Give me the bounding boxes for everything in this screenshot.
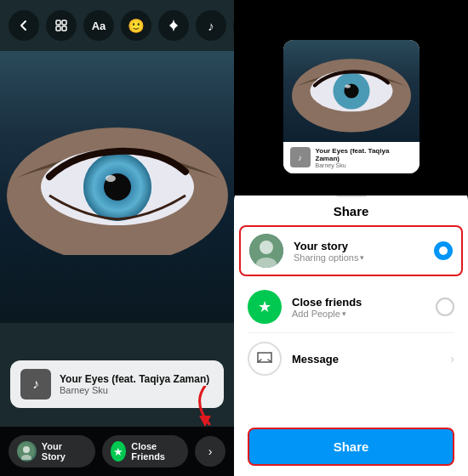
message-icon — [248, 342, 282, 376]
red-arrow-indicator — [188, 386, 222, 432]
your-story-avatar — [249, 234, 283, 268]
left-panel: Aa 🙂 ♪ ••• — [0, 0, 234, 476]
your-story-title: Your story — [294, 240, 424, 252]
close-friends-label: Close Friends — [131, 441, 180, 462]
svg-point-20 — [260, 241, 273, 254]
close-friends-title: Close friends — [292, 296, 425, 309]
preview-music-title: Your Eyes (feat. Taqiya Zaman) — [316, 147, 413, 162]
your-story-label: Your Story — [42, 441, 87, 462]
share-button-container: Share — [234, 419, 468, 476]
share-button[interactable]: Share — [248, 428, 454, 466]
your-story-radio[interactable] — [434, 241, 453, 260]
preview-music-artist: Barney Sku — [316, 162, 413, 168]
share-title: Share — [334, 204, 369, 218]
bottom-share-bar: Your Story ★ Close Friends › — [0, 427, 234, 476]
svg-rect-0 — [56, 20, 60, 25]
svg-rect-3 — [62, 26, 66, 31]
your-story-option[interactable]: Your story Sharing options ▾ — [239, 225, 463, 276]
message-option[interactable]: Message › — [234, 333, 468, 384]
back-button[interactable] — [9, 10, 39, 41]
svg-point-9 — [106, 175, 116, 182]
svg-rect-2 — [56, 26, 60, 31]
close-friends-button[interactable]: ★ Close Friends — [102, 435, 189, 468]
next-button[interactable]: › — [195, 436, 225, 467]
share-sheet: Share Your story Sharing options ▾ — [234, 187, 468, 476]
svg-point-18 — [345, 84, 350, 88]
svg-point-12 — [23, 446, 30, 453]
preview-music-icon: ♪ — [290, 147, 311, 167]
sticker-button[interactable]: 🙂 — [121, 10, 151, 41]
message-title: Message — [292, 353, 440, 366]
preview-card: ♪ Your Eyes (feat. Taqiya Zaman) Barney … — [283, 40, 419, 173]
your-story-button[interactable]: Your Story — [9, 435, 95, 468]
effects-button[interactable] — [158, 10, 189, 41]
editor-toolbar: Aa 🙂 ♪ ••• — [0, 0, 234, 51]
text-button[interactable]: Aa — [83, 10, 114, 41]
music-title: Your Eyes (feat. Taqiya Zaman) — [60, 373, 214, 385]
close-friends-subtitle: Add People ▾ — [292, 309, 425, 319]
music-button[interactable]: ♪ — [196, 10, 226, 41]
close-friends-icon: ★ — [111, 441, 127, 462]
preview-eye-image — [283, 40, 419, 142]
close-friends-option[interactable]: ★ Close friends Add People ▾ — [234, 281, 468, 332]
your-story-text: Your story Sharing options ▾ — [294, 240, 424, 263]
crop-button[interactable] — [46, 10, 77, 41]
your-story-subtitle: Sharing options ▾ — [294, 252, 424, 263]
user-avatar-small — [17, 441, 37, 462]
close-friends-avatar: ★ — [248, 290, 282, 324]
message-chevron: › — [450, 352, 454, 366]
right-panel: ♪ Your Eyes (feat. Taqiya Zaman) Barney … — [234, 0, 468, 476]
close-friends-radio[interactable] — [436, 298, 454, 316]
message-text: Message — [292, 353, 440, 366]
music-icon: ♪ — [20, 369, 51, 400]
preview-music-card: ♪ Your Eyes (feat. Taqiya Zaman) Barney … — [283, 142, 419, 173]
close-friends-text: Close friends Add People ▾ — [292, 296, 425, 319]
svg-rect-1 — [62, 20, 66, 25]
more-button[interactable]: ••• — [233, 10, 234, 41]
story-preview-image — [0, 51, 234, 323]
story-right-preview: ♪ Your Eyes (feat. Taqiya Zaman) Barney … — [234, 0, 468, 196]
share-options-list: Your story Sharing options ▾ ★ Close fri… — [234, 225, 468, 419]
